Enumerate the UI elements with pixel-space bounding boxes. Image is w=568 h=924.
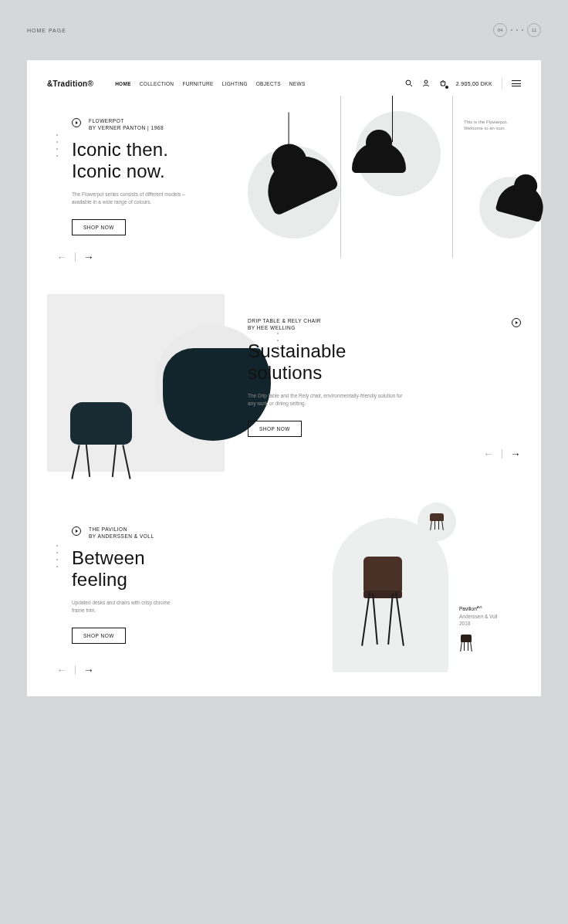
svg-point-2 [424,80,428,83]
nav-link-home[interactable]: HOME [115,81,131,86]
play-icon[interactable] [72,526,81,536]
account-icon[interactable] [422,80,430,87]
nav-link-collection[interactable]: COLLECTION [140,81,174,86]
nav-link-lighting[interactable]: LIGHTING [222,81,248,86]
slider-nav: ← → [248,448,521,460]
progress-dots [277,333,518,355]
sustainable-section: DRIP TABLE & RELY CHAIR BY HEE WELLING S… [27,294,541,503]
dot-icon [522,29,523,31]
progress-dots [56,545,58,567]
play-icon[interactable] [512,318,521,327]
search-icon[interactable] [405,80,413,87]
nav-link-objects[interactable]: OBJECTS [256,81,281,86]
shop-now-button[interactable]: SHOP NOW [72,219,126,235]
play-icon[interactable] [72,118,81,127]
nav-link-news[interactable]: NEWS [289,81,306,86]
page-total: 11 [527,23,541,37]
divider [75,252,76,262]
cart-icon[interactable] [439,80,447,87]
pavilion-thumbnail[interactable] [418,503,456,541]
arrow-left-icon[interactable]: ← [56,251,67,263]
nav-links: HOME COLLECTION FURNITURE LIGHTING OBJEC… [115,81,305,86]
hero-kicker: FLOWERPOT BY VERNER PANTON | 1968 [89,117,164,131]
shop-now-button[interactable]: SHOP NOW [248,421,302,437]
dot-icon [511,29,512,31]
hero-body: The Flowerpot series consists of differe… [72,191,203,206]
website-canvas: &Tradition® HOME COLLECTION FURNITURE LI… [27,60,541,696]
hero-section: FLOWERPOT BY VERNER PANTON | 1968 Iconic… [27,103,541,294]
progress-dots [56,134,58,157]
pavilion-section: THE PAVILION BY ANDERSSEN & VOLL Between… [27,503,541,676]
svg-point-0 [406,80,411,85]
pagination: 04 11 [493,23,541,37]
arrow-right-icon[interactable]: → [510,448,521,460]
shop-now-button[interactable]: SHOP NOW [72,628,126,644]
sec2-body: The Drip table and the Rely chair, envir… [248,392,410,408]
hero-note: This is the Flowerpot. Welcome to an ico… [464,119,526,132]
menu-icon[interactable] [512,80,521,86]
nav-link-furniture[interactable]: FURNITURE [182,81,213,86]
arrow-left-icon[interactable]: ← [56,664,67,676]
divider [502,449,502,459]
divider [502,77,502,90]
sec2-kicker: DRIP TABLE & RELY CHAIR BY HEE WELLING [248,317,521,331]
page-label: HOME PAGE [27,28,66,33]
hero-visual: This is the Flowerpot. Welcome to an ico… [271,103,526,258]
pavilion-meta: PavilionAV1 Anderssen & Voll 2018 [459,605,521,652]
sec3-kicker: THE PAVILION BY ANDERSSEN & VOLL [89,526,154,540]
arrow-right-icon[interactable]: → [83,664,94,676]
flowerpot-lamp [499,184,545,217]
arrow-right-icon[interactable]: → [83,251,94,263]
dot-icon [516,29,518,31]
chair-image [47,294,225,472]
cart-amount: 2.905,00 DKK [456,81,492,86]
arrow-left-icon[interactable]: ← [483,448,494,460]
flowerpot-lamp [263,157,333,204]
flowerpot-lamp [379,96,406,173]
page-current: 04 [493,23,507,37]
divider [75,665,76,675]
pavilion-visual [325,503,464,672]
svg-line-1 [410,85,412,87]
pavilion-thumbnail-small [459,635,473,653]
sec3-body: Updated desks and chairs with crisp chro… [72,599,172,614]
pavilion-chair [363,557,402,592]
navbar: &Tradition® HOME COLLECTION FURNITURE LI… [27,77,541,103]
brand-logo[interactable]: &Tradition® [47,80,93,88]
